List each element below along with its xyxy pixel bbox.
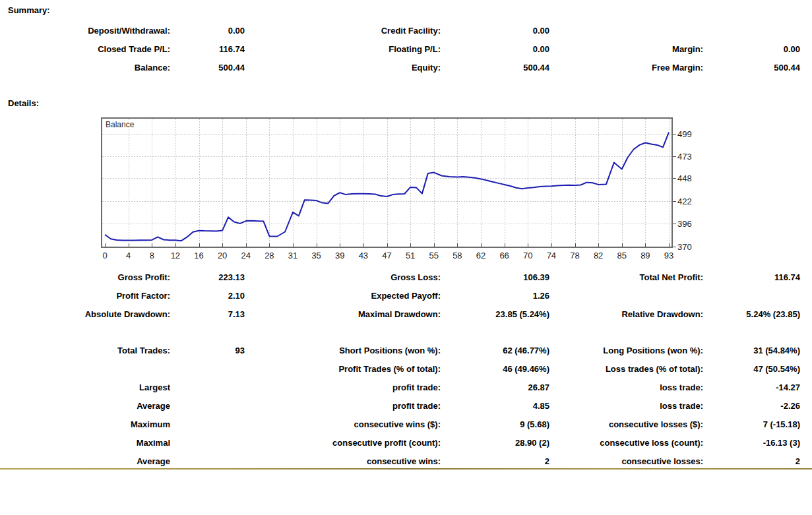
- stat-label: Maximum: [0, 415, 170, 434]
- chart-series-label: Balance: [104, 120, 135, 129]
- x-axis-tick-label: 8: [150, 251, 154, 260]
- summary-heading: Summary:: [8, 5, 50, 15]
- balance-curve-plot: [102, 119, 671, 247]
- x-axis-tick-label: 66: [499, 251, 509, 260]
- stat-value: 47 (50.54%): [703, 360, 800, 379]
- stat-value: [170, 434, 245, 452]
- stat-label: profit trade:: [245, 379, 441, 397]
- balance-chart: Balance: [101, 117, 673, 248]
- stat-label: Average: [0, 397, 170, 415]
- stat-label: consecutive wins ($):: [245, 415, 441, 434]
- table-row: Absolute Drawdown:7.13Maximal Drawdown:2…: [0, 305, 800, 324]
- stat-value: 9 (5.68): [441, 415, 549, 434]
- stat-label: Total Trades:: [0, 342, 170, 360]
- balance-line: [105, 133, 669, 241]
- stat-value: 4.85: [441, 397, 549, 415]
- x-axis-tick-label: 31: [288, 251, 297, 260]
- stat-label: Profit Trades (% of total):: [245, 360, 441, 379]
- stat-value: 1.26: [441, 287, 549, 305]
- table-row: Profit Trades (% of total):46 (49.46%)Lo…: [0, 360, 800, 379]
- strategy-tester-report: Summary: Deposit/Withdrawal:0.00Credit F…: [0, 0, 812, 515]
- table-row: Closed Trade P/L:116.74Floating P/L:0.00…: [0, 40, 800, 59]
- stat-label: Gross Loss:: [245, 268, 441, 287]
- stat-label: Margin:: [549, 40, 703, 59]
- x-axis-tick-label: 55: [429, 251, 439, 260]
- stat-value: 116.74: [703, 268, 800, 287]
- stat-label: Short Positions (won %):: [245, 342, 441, 360]
- stat-value: -16.13 (3): [703, 434, 800, 452]
- stat-label: profit trade:: [245, 397, 441, 415]
- stat-value: 26.87: [441, 379, 549, 397]
- stat-label: Profit Factor:: [0, 287, 170, 305]
- stat-label: consecutive losses ($):: [549, 415, 703, 434]
- y-axis-tick-mark: [673, 201, 676, 202]
- stat-label: Closed Trade P/L:: [0, 40, 170, 59]
- table-row: Largestprofit trade:26.87loss trade:-14.…: [0, 379, 800, 397]
- stat-value: [170, 360, 245, 379]
- x-axis-tick-label: 4: [126, 251, 131, 260]
- table-row: Maximalconsecutive profit (count):28.90 …: [0, 434, 800, 452]
- stat-value: 106.39: [441, 268, 549, 287]
- stat-value: [170, 397, 245, 415]
- stat-value: 0.00: [441, 22, 549, 40]
- details-heading: Details:: [8, 98, 39, 108]
- stat-value: 7 (-15.18): [703, 415, 800, 434]
- x-axis-tick-label: 12: [171, 251, 180, 260]
- table-row: Deposit/Withdrawal:0.00Credit Facility:0…: [0, 22, 800, 40]
- x-axis-tick-label: 20: [218, 251, 227, 260]
- details-stats-table: Gross Profit:223.13Gross Loss:106.39Tota…: [0, 268, 800, 324]
- stat-label: Expected Payoff:: [245, 287, 441, 305]
- stat-value: 0.00: [170, 22, 245, 40]
- stat-label: Floating P/L:: [245, 40, 441, 59]
- x-axis-tick-label: 62: [476, 251, 485, 260]
- stat-label: Equity:: [245, 59, 441, 77]
- stat-value: 5.24% (23.85): [703, 305, 800, 324]
- stat-label: Balance:: [0, 59, 170, 77]
- x-axis-tick-label: 70: [523, 251, 532, 260]
- y-axis-tick-mark: [673, 224, 676, 224]
- x-axis-tick-label: 58: [453, 251, 462, 260]
- stat-value: 500.44: [703, 59, 800, 77]
- stat-label: [549, 22, 703, 40]
- x-axis-tick-label: 93: [664, 251, 673, 260]
- stat-value: 500.44: [170, 59, 245, 77]
- stat-label: consecutive profit (count):: [245, 434, 441, 452]
- stat-value: 62 (46.77%): [441, 342, 549, 360]
- table-row: Profit Factor:2.10Expected Payoff:1.26: [0, 287, 800, 305]
- x-axis-tick-label: 0: [102, 251, 107, 260]
- x-axis-tick-label: 43: [359, 251, 368, 260]
- x-axis-tick-label: 78: [570, 251, 579, 260]
- stat-value: 7.13: [170, 305, 245, 324]
- stat-label: Gross Profit:: [0, 268, 170, 287]
- stat-value: [170, 379, 245, 397]
- stat-label: Absolute Drawdown:: [0, 305, 170, 324]
- trade-stats-table: Total Trades:93Short Positions (won %):6…: [0, 342, 800, 471]
- table-row: Averageprofit trade:4.85loss trade:-2.26: [0, 397, 800, 415]
- stat-value: 223.13: [170, 268, 245, 287]
- table-row: Total Trades:93Short Positions (won %):6…: [0, 342, 800, 360]
- y-axis-tick-label: 396: [677, 219, 692, 229]
- x-axis-tick-label: 35: [311, 251, 321, 260]
- x-axis-tick-label: 39: [335, 251, 344, 260]
- stat-value: 93: [170, 342, 245, 360]
- stat-label: Maximal Drawdown:: [245, 305, 441, 324]
- x-axis-tick-label: 82: [594, 251, 603, 260]
- stat-label: Long Positions (won %):: [549, 342, 703, 360]
- x-axis-tick-label: 51: [406, 251, 415, 260]
- x-axis-tick-label: 16: [194, 251, 203, 260]
- table-row: Gross Profit:223.13Gross Loss:106.39Tota…: [0, 268, 800, 287]
- stat-value: [703, 287, 800, 305]
- stat-label: Maximal: [0, 434, 170, 452]
- stat-label: Deposit/Withdrawal:: [0, 22, 170, 40]
- stat-label: Free Margin:: [549, 59, 703, 77]
- stat-value: [170, 415, 245, 434]
- stat-value: 0.00: [703, 40, 800, 59]
- stat-value: [703, 22, 800, 40]
- stat-label: loss trade:: [549, 379, 703, 397]
- stat-value: 500.44: [441, 59, 549, 77]
- stat-value: 23.85 (5.24%): [441, 305, 549, 324]
- x-axis-tick-label: 47: [382, 251, 391, 260]
- y-axis-tick-mark: [673, 156, 676, 157]
- stat-value: 46 (49.46%): [441, 360, 549, 379]
- x-axis-tick-label: 24: [241, 251, 251, 260]
